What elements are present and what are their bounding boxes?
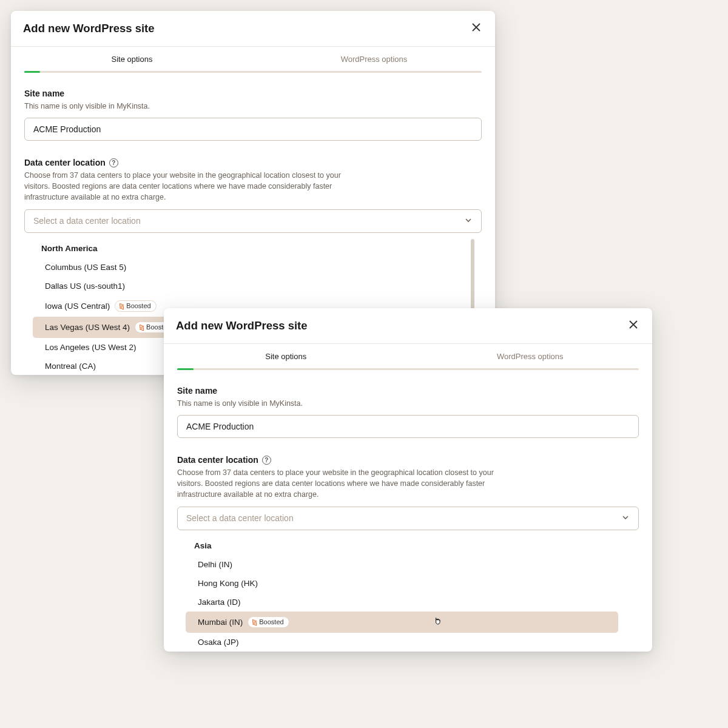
progress-track bbox=[24, 71, 482, 73]
progress-fill bbox=[177, 368, 194, 370]
location-select[interactable]: Select a data center location bbox=[24, 209, 482, 233]
site-name-label: Site name bbox=[177, 386, 639, 396]
boosted-badge: ⧎Boosted bbox=[115, 300, 156, 312]
modal-body: Site name This name is only visible in M… bbox=[11, 73, 495, 233]
location-option-jakarta[interactable]: Jakarta (ID) bbox=[186, 593, 618, 612]
site-name-help: This name is only visible in MyKinsta. bbox=[24, 101, 364, 112]
location-label-text: Data center location bbox=[177, 455, 258, 465]
site-name-input[interactable] bbox=[177, 415, 639, 438]
close-icon bbox=[629, 320, 638, 331]
location-option-hong-kong[interactable]: Hong Kong (HK) bbox=[186, 574, 618, 593]
tab-site-options[interactable]: Site options bbox=[11, 47, 253, 71]
tabs: Site options WordPress options bbox=[11, 47, 495, 71]
close-button[interactable] bbox=[470, 22, 483, 35]
tab-wordpress-options[interactable]: WordPress options bbox=[253, 47, 495, 71]
modal-header: Add new WordPress site bbox=[164, 308, 652, 344]
option-label: Delhi (IN) bbox=[198, 560, 232, 569]
region-group-header: North America bbox=[33, 239, 472, 258]
region-group-header: Asia bbox=[186, 536, 629, 555]
modal-title: Add new WordPress site bbox=[176, 319, 308, 332]
option-label: Columbus (US East 5) bbox=[45, 263, 126, 272]
location-label-text: Data center location bbox=[24, 158, 106, 167]
close-icon bbox=[472, 23, 480, 34]
location-placeholder: Select a data center location bbox=[33, 216, 141, 226]
option-label: Los Angeles (US West 2) bbox=[45, 343, 136, 352]
location-option-osaka[interactable]: Osaka (JP) bbox=[186, 633, 618, 652]
location-option-dallas[interactable]: Dallas US (us-south1) bbox=[33, 277, 461, 295]
tab-site-options[interactable]: Site options bbox=[164, 344, 408, 368]
location-dropdown: Asia Delhi (IN) Hong Kong (HK) Jakarta (… bbox=[183, 530, 639, 652]
option-label: Hong Kong (HK) bbox=[198, 579, 258, 588]
option-label: Dallas US (us-south1) bbox=[45, 281, 125, 291]
location-label: Data center location ? bbox=[24, 158, 482, 167]
add-site-modal-asia: Add new WordPress site Site options Word… bbox=[164, 308, 652, 652]
option-label: Montreal (CA) bbox=[45, 362, 96, 371]
site-name-label: Site name bbox=[24, 89, 482, 98]
site-name-input[interactable] bbox=[24, 118, 482, 141]
help-icon[interactable]: ? bbox=[109, 158, 118, 167]
site-name-help: This name is only visible in MyKinsta. bbox=[177, 398, 517, 409]
location-option-columbus[interactable]: Columbus (US East 5) bbox=[33, 258, 461, 277]
option-label: Osaka (JP) bbox=[198, 638, 239, 647]
option-label: Iowa (US Central) bbox=[45, 302, 110, 311]
bolt-icon: ⧎ bbox=[252, 619, 257, 625]
tabs: Site options WordPress options bbox=[164, 344, 652, 368]
location-option-mumbai[interactable]: Mumbai (IN) ⧎Boosted bbox=[186, 612, 618, 633]
modal-header: Add new WordPress site bbox=[11, 11, 495, 47]
bolt-icon: ⧎ bbox=[119, 303, 124, 309]
chevron-down-icon bbox=[464, 216, 473, 226]
option-label: Mumbai (IN) bbox=[198, 618, 243, 627]
progress-fill bbox=[24, 71, 40, 73]
location-help: Choose from 37 data centers to place you… bbox=[177, 467, 517, 500]
close-button[interactable] bbox=[627, 319, 640, 332]
modal-title: Add new WordPress site bbox=[23, 22, 155, 35]
modal-body: Site name This name is only visible in M… bbox=[164, 370, 652, 530]
help-icon[interactable]: ? bbox=[262, 456, 271, 465]
location-placeholder: Select a data center location bbox=[186, 513, 294, 523]
location-option-delhi[interactable]: Delhi (IN) bbox=[186, 555, 618, 574]
option-label: Las Vegas (US West 4) bbox=[45, 323, 130, 332]
chevron-down-icon bbox=[621, 513, 630, 524]
bolt-icon: ⧎ bbox=[139, 324, 144, 331]
progress-track bbox=[177, 368, 639, 370]
cursor-pointer-icon bbox=[433, 616, 443, 627]
location-help: Choose from 37 data centers to place you… bbox=[24, 170, 364, 203]
option-label: Jakarta (ID) bbox=[198, 598, 241, 607]
location-select[interactable]: Select a data center location bbox=[177, 507, 639, 530]
boosted-badge: ⧎Boosted bbox=[248, 616, 289, 628]
tab-wordpress-options[interactable]: WordPress options bbox=[408, 344, 653, 368]
location-label: Data center location ? bbox=[177, 455, 639, 465]
